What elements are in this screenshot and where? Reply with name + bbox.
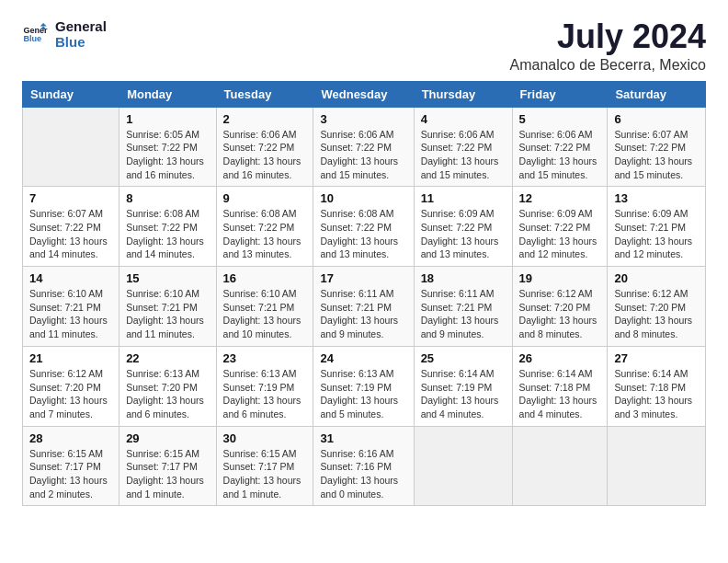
calendar-week-row: 7Sunrise: 6:07 AM Sunset: 7:22 PM Daylig… [23, 187, 706, 267]
logo-line1: General [55, 18, 107, 34]
calendar-week-row: 21Sunrise: 6:12 AM Sunset: 7:20 PM Dayli… [23, 346, 706, 426]
day-number: 4 [421, 112, 506, 126]
weekday-header: Wednesday [313, 81, 414, 107]
day-info: Sunrise: 6:06 AM Sunset: 7:22 PM Dayligh… [320, 128, 406, 182]
day-number: 22 [126, 351, 209, 365]
day-info: Sunrise: 6:06 AM Sunset: 7:22 PM Dayligh… [421, 128, 506, 182]
weekday-header: Tuesday [216, 81, 313, 107]
subtitle: Amanalco de Becerra, Mexico [510, 57, 706, 74]
day-info: Sunrise: 6:13 AM Sunset: 7:19 PM Dayligh… [223, 367, 307, 421]
calendar-week-row: 1Sunrise: 6:05 AM Sunset: 7:22 PM Daylig… [23, 107, 706, 187]
calendar-cell: 18Sunrise: 6:11 AM Sunset: 7:21 PM Dayli… [414, 267, 512, 347]
day-info: Sunrise: 6:10 AM Sunset: 7:21 PM Dayligh… [223, 287, 307, 341]
calendar-cell: 28Sunrise: 6:15 AM Sunset: 7:17 PM Dayli… [23, 426, 119, 506]
calendar-cell: 11Sunrise: 6:09 AM Sunset: 7:22 PM Dayli… [414, 187, 512, 267]
day-number: 24 [320, 351, 406, 365]
day-number: 16 [223, 271, 307, 285]
calendar-cell: 14Sunrise: 6:10 AM Sunset: 7:21 PM Dayli… [23, 267, 119, 347]
day-number: 2 [223, 112, 307, 126]
day-number: 10 [320, 191, 406, 205]
day-info: Sunrise: 6:11 AM Sunset: 7:21 PM Dayligh… [320, 287, 406, 341]
day-info: Sunrise: 6:16 AM Sunset: 7:16 PM Dayligh… [320, 447, 406, 501]
day-number: 20 [614, 271, 699, 285]
day-info: Sunrise: 6:11 AM Sunset: 7:21 PM Dayligh… [421, 287, 506, 341]
day-info: Sunrise: 6:06 AM Sunset: 7:22 PM Dayligh… [519, 128, 601, 182]
day-number: 9 [223, 191, 307, 205]
calendar-cell: 26Sunrise: 6:14 AM Sunset: 7:18 PM Dayli… [512, 346, 608, 426]
day-number: 31 [320, 431, 406, 445]
calendar-week-row: 14Sunrise: 6:10 AM Sunset: 7:21 PM Dayli… [23, 267, 706, 347]
day-info: Sunrise: 6:08 AM Sunset: 7:22 PM Dayligh… [320, 207, 406, 261]
day-info: Sunrise: 6:15 AM Sunset: 7:17 PM Dayligh… [29, 447, 112, 501]
day-info: Sunrise: 6:09 AM Sunset: 7:22 PM Dayligh… [421, 207, 506, 261]
calendar-cell: 4Sunrise: 6:06 AM Sunset: 7:22 PM Daylig… [414, 107, 512, 187]
day-number: 29 [126, 431, 209, 445]
calendar-cell: 29Sunrise: 6:15 AM Sunset: 7:17 PM Dayli… [119, 426, 216, 506]
calendar-cell: 31Sunrise: 6:16 AM Sunset: 7:16 PM Dayli… [313, 426, 414, 506]
day-number: 12 [519, 191, 601, 205]
day-number: 14 [29, 271, 112, 285]
calendar-cell: 23Sunrise: 6:13 AM Sunset: 7:19 PM Dayli… [216, 346, 313, 426]
day-info: Sunrise: 6:10 AM Sunset: 7:21 PM Dayligh… [126, 287, 209, 341]
day-info: Sunrise: 6:10 AM Sunset: 7:21 PM Dayligh… [29, 287, 112, 341]
weekday-header: Friday [512, 81, 608, 107]
calendar-cell: 13Sunrise: 6:09 AM Sunset: 7:21 PM Dayli… [608, 187, 706, 267]
day-number: 8 [126, 191, 209, 205]
day-info: Sunrise: 6:13 AM Sunset: 7:20 PM Dayligh… [126, 367, 209, 421]
day-number: 28 [29, 431, 112, 445]
weekday-header: Thursday [414, 81, 512, 107]
day-number: 17 [320, 271, 406, 285]
calendar-cell: 25Sunrise: 6:14 AM Sunset: 7:19 PM Dayli… [414, 346, 512, 426]
day-info: Sunrise: 6:08 AM Sunset: 7:22 PM Dayligh… [223, 207, 307, 261]
calendar-cell: 15Sunrise: 6:10 AM Sunset: 7:21 PM Dayli… [119, 267, 216, 347]
calendar-cell [414, 426, 512, 506]
calendar-cell: 20Sunrise: 6:12 AM Sunset: 7:20 PM Dayli… [608, 267, 706, 347]
weekday-header: Sunday [23, 81, 119, 107]
day-info: Sunrise: 6:14 AM Sunset: 7:18 PM Dayligh… [519, 367, 601, 421]
day-number: 25 [421, 351, 506, 365]
day-number: 18 [421, 271, 506, 285]
calendar-cell: 16Sunrise: 6:10 AM Sunset: 7:21 PM Dayli… [216, 267, 313, 347]
svg-text:General: General [23, 26, 48, 35]
day-info: Sunrise: 6:15 AM Sunset: 7:17 PM Dayligh… [126, 447, 209, 501]
title-section: July 2024 Amanalco de Becerra, Mexico [510, 18, 706, 74]
calendar-cell: 22Sunrise: 6:13 AM Sunset: 7:20 PM Dayli… [119, 346, 216, 426]
calendar-cell: 9Sunrise: 6:08 AM Sunset: 7:22 PM Daylig… [216, 187, 313, 267]
calendar-cell: 30Sunrise: 6:15 AM Sunset: 7:17 PM Dayli… [216, 426, 313, 506]
logo-icon: General Blue [22, 21, 48, 47]
day-info: Sunrise: 6:12 AM Sunset: 7:20 PM Dayligh… [614, 287, 699, 341]
day-number: 3 [320, 112, 406, 126]
day-info: Sunrise: 6:15 AM Sunset: 7:17 PM Dayligh… [223, 447, 307, 501]
calendar-cell: 27Sunrise: 6:14 AM Sunset: 7:18 PM Dayli… [608, 346, 706, 426]
day-number: 6 [614, 112, 699, 126]
day-number: 15 [126, 271, 209, 285]
calendar-week-row: 28Sunrise: 6:15 AM Sunset: 7:17 PM Dayli… [23, 426, 706, 506]
day-info: Sunrise: 6:14 AM Sunset: 7:18 PM Dayligh… [614, 367, 699, 421]
day-info: Sunrise: 6:05 AM Sunset: 7:22 PM Dayligh… [126, 128, 209, 182]
calendar-cell [23, 107, 119, 187]
calendar-header: SundayMondayTuesdayWednesdayThursdayFrid… [23, 81, 706, 107]
day-info: Sunrise: 6:08 AM Sunset: 7:22 PM Dayligh… [126, 207, 209, 261]
calendar-cell: 21Sunrise: 6:12 AM Sunset: 7:20 PM Dayli… [23, 346, 119, 426]
calendar-cell: 8Sunrise: 6:08 AM Sunset: 7:22 PM Daylig… [119, 187, 216, 267]
calendar-cell: 7Sunrise: 6:07 AM Sunset: 7:22 PM Daylig… [23, 187, 119, 267]
day-number: 30 [223, 431, 307, 445]
svg-marker-2 [40, 23, 47, 27]
day-number: 13 [614, 191, 699, 205]
calendar-cell: 5Sunrise: 6:06 AM Sunset: 7:22 PM Daylig… [512, 107, 608, 187]
day-info: Sunrise: 6:13 AM Sunset: 7:19 PM Dayligh… [320, 367, 406, 421]
calendar-cell: 3Sunrise: 6:06 AM Sunset: 7:22 PM Daylig… [313, 107, 414, 187]
day-number: 23 [223, 351, 307, 365]
weekday-header: Saturday [608, 81, 706, 107]
day-number: 26 [519, 351, 601, 365]
day-info: Sunrise: 6:12 AM Sunset: 7:20 PM Dayligh… [29, 367, 112, 421]
day-info: Sunrise: 6:09 AM Sunset: 7:21 PM Dayligh… [614, 207, 699, 261]
calendar-cell: 17Sunrise: 6:11 AM Sunset: 7:21 PM Dayli… [313, 267, 414, 347]
day-info: Sunrise: 6:14 AM Sunset: 7:19 PM Dayligh… [421, 367, 506, 421]
calendar-cell: 19Sunrise: 6:12 AM Sunset: 7:20 PM Dayli… [512, 267, 608, 347]
calendar-cell: 1Sunrise: 6:05 AM Sunset: 7:22 PM Daylig… [119, 107, 216, 187]
day-info: Sunrise: 6:07 AM Sunset: 7:22 PM Dayligh… [614, 128, 699, 182]
weekday-header: Monday [119, 81, 216, 107]
logo: General Blue General Blue [22, 18, 107, 50]
day-info: Sunrise: 6:12 AM Sunset: 7:20 PM Dayligh… [519, 287, 601, 341]
